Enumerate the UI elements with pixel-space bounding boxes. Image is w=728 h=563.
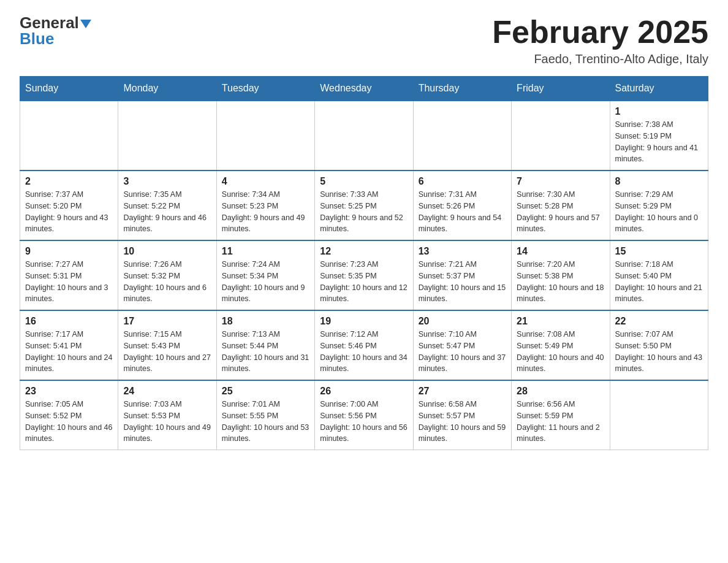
- weekday-header-row: SundayMondayTuesdayWednesdayThursdayFrid…: [20, 77, 708, 101]
- calendar-cell: 15Sunrise: 7:18 AMSunset: 5:40 PMDayligh…: [610, 240, 708, 310]
- day-number: 23: [25, 386, 113, 397]
- weekday-header-friday: Friday: [512, 77, 610, 101]
- day-info: Sunrise: 6:56 AMSunset: 5:59 PMDaylight:…: [517, 399, 604, 445]
- calendar-cell: 26Sunrise: 7:00 AMSunset: 5:56 PMDayligh…: [315, 380, 413, 450]
- calendar-cell: 27Sunrise: 6:58 AMSunset: 5:57 PMDayligh…: [413, 380, 511, 450]
- calendar-cell: 24Sunrise: 7:03 AMSunset: 5:53 PMDayligh…: [118, 380, 216, 450]
- weekday-header-sunday: Sunday: [20, 77, 118, 101]
- day-number: 16: [25, 316, 113, 327]
- calendar-cell: 16Sunrise: 7:17 AMSunset: 5:41 PMDayligh…: [20, 310, 118, 380]
- day-number: 11: [222, 246, 309, 257]
- day-info: Sunrise: 7:15 AMSunset: 5:43 PMDaylight:…: [123, 329, 211, 375]
- calendar-cell: 12Sunrise: 7:23 AMSunset: 5:35 PMDayligh…: [315, 240, 413, 310]
- calendar-cell: 8Sunrise: 7:29 AMSunset: 5:29 PMDaylight…: [610, 170, 708, 240]
- logo-triangle-icon: [80, 20, 91, 28]
- day-number: 21: [517, 316, 604, 327]
- calendar-cell: 3Sunrise: 7:35 AMSunset: 5:22 PMDaylight…: [118, 170, 216, 240]
- day-info: Sunrise: 6:58 AMSunset: 5:57 PMDaylight:…: [419, 399, 506, 445]
- day-info: Sunrise: 7:38 AMSunset: 5:19 PMDaylight:…: [615, 119, 703, 165]
- day-info: Sunrise: 7:00 AMSunset: 5:56 PMDaylight:…: [320, 399, 408, 445]
- calendar-cell: 11Sunrise: 7:24 AMSunset: 5:34 PMDayligh…: [216, 240, 314, 310]
- day-info: Sunrise: 7:01 AMSunset: 5:55 PMDaylight:…: [222, 399, 309, 445]
- day-number: 15: [615, 246, 703, 257]
- calendar-cell: [216, 101, 314, 170]
- title-section: February 2025 Faedo, Trentino-Alto Adige…: [492, 15, 708, 66]
- weekday-header-wednesday: Wednesday: [315, 77, 413, 101]
- day-number: 19: [320, 316, 408, 327]
- day-number: 13: [419, 246, 506, 257]
- day-info: Sunrise: 7:10 AMSunset: 5:47 PMDaylight:…: [419, 329, 506, 375]
- logo-general-line: General: [20, 15, 91, 31]
- day-number: 2: [25, 176, 113, 187]
- day-number: 27: [419, 386, 506, 397]
- day-number: 28: [517, 386, 604, 397]
- day-number: 24: [123, 386, 211, 397]
- day-number: 18: [222, 316, 309, 327]
- day-info: Sunrise: 7:27 AMSunset: 5:31 PMDaylight:…: [25, 259, 113, 305]
- calendar-cell: 4Sunrise: 7:34 AMSunset: 5:23 PMDaylight…: [216, 170, 314, 240]
- day-info: Sunrise: 7:35 AMSunset: 5:22 PMDaylight:…: [123, 189, 211, 235]
- calendar-cell: 23Sunrise: 7:05 AMSunset: 5:52 PMDayligh…: [20, 380, 118, 450]
- calendar-cell: 19Sunrise: 7:12 AMSunset: 5:46 PMDayligh…: [315, 310, 413, 380]
- day-info: Sunrise: 7:34 AMSunset: 5:23 PMDaylight:…: [222, 189, 309, 235]
- day-number: 3: [123, 176, 211, 187]
- calendar-cell: 1Sunrise: 7:38 AMSunset: 5:19 PMDaylight…: [610, 101, 708, 170]
- day-number: 14: [517, 246, 604, 257]
- calendar-cell: 28Sunrise: 6:56 AMSunset: 5:59 PMDayligh…: [512, 380, 610, 450]
- calendar-cell: 17Sunrise: 7:15 AMSunset: 5:43 PMDayligh…: [118, 310, 216, 380]
- calendar-cell: 6Sunrise: 7:31 AMSunset: 5:26 PMDaylight…: [413, 170, 511, 240]
- day-number: 10: [123, 246, 211, 257]
- day-info: Sunrise: 7:21 AMSunset: 5:37 PMDaylight:…: [419, 259, 506, 305]
- week-row-5: 23Sunrise: 7:05 AMSunset: 5:52 PMDayligh…: [20, 380, 708, 450]
- day-info: Sunrise: 7:24 AMSunset: 5:34 PMDaylight:…: [222, 259, 309, 305]
- calendar-cell: [118, 101, 216, 170]
- day-info: Sunrise: 7:30 AMSunset: 5:28 PMDaylight:…: [517, 189, 604, 235]
- calendar-cell: 9Sunrise: 7:27 AMSunset: 5:31 PMDaylight…: [20, 240, 118, 310]
- day-number: 20: [419, 316, 506, 327]
- calendar-cell: [512, 101, 610, 170]
- day-info: Sunrise: 7:31 AMSunset: 5:26 PMDaylight:…: [419, 189, 506, 235]
- calendar-cell: 25Sunrise: 7:01 AMSunset: 5:55 PMDayligh…: [216, 380, 314, 450]
- day-info: Sunrise: 7:08 AMSunset: 5:49 PMDaylight:…: [517, 329, 604, 375]
- day-info: Sunrise: 7:03 AMSunset: 5:53 PMDaylight:…: [123, 399, 211, 445]
- day-info: Sunrise: 7:26 AMSunset: 5:32 PMDaylight:…: [123, 259, 211, 305]
- weekday-header-saturday: Saturday: [610, 77, 708, 101]
- day-number: 26: [320, 386, 408, 397]
- calendar-cell: [413, 101, 511, 170]
- day-info: Sunrise: 7:07 AMSunset: 5:50 PMDaylight:…: [615, 329, 703, 375]
- day-info: Sunrise: 7:05 AMSunset: 5:52 PMDaylight:…: [25, 399, 113, 445]
- calendar-cell: 20Sunrise: 7:10 AMSunset: 5:47 PMDayligh…: [413, 310, 511, 380]
- calendar-cell: 7Sunrise: 7:30 AMSunset: 5:28 PMDaylight…: [512, 170, 610, 240]
- week-row-1: 1Sunrise: 7:38 AMSunset: 5:19 PMDaylight…: [20, 101, 708, 170]
- calendar-cell: 2Sunrise: 7:37 AMSunset: 5:20 PMDaylight…: [20, 170, 118, 240]
- day-info: Sunrise: 7:12 AMSunset: 5:46 PMDaylight:…: [320, 329, 408, 375]
- day-info: Sunrise: 7:23 AMSunset: 5:35 PMDaylight:…: [320, 259, 408, 305]
- day-number: 25: [222, 386, 309, 397]
- calendar-cell: [20, 101, 118, 170]
- day-info: Sunrise: 7:29 AMSunset: 5:29 PMDaylight:…: [615, 189, 703, 235]
- calendar-cell: 10Sunrise: 7:26 AMSunset: 5:32 PMDayligh…: [118, 240, 216, 310]
- calendar-cell: 22Sunrise: 7:07 AMSunset: 5:50 PMDayligh…: [610, 310, 708, 380]
- day-number: 22: [615, 316, 703, 327]
- calendar-cell: 5Sunrise: 7:33 AMSunset: 5:25 PMDaylight…: [315, 170, 413, 240]
- day-info: Sunrise: 7:20 AMSunset: 5:38 PMDaylight:…: [517, 259, 604, 305]
- logo-blue-text: Blue: [20, 29, 54, 48]
- day-number: 7: [517, 176, 604, 187]
- week-row-4: 16Sunrise: 7:17 AMSunset: 5:41 PMDayligh…: [20, 310, 708, 380]
- weekday-header-tuesday: Tuesday: [216, 77, 314, 101]
- calendar-table: SundayMondayTuesdayWednesdayThursdayFrid…: [20, 76, 708, 450]
- day-number: 8: [615, 176, 703, 187]
- day-number: 17: [123, 316, 211, 327]
- calendar-cell: 18Sunrise: 7:13 AMSunset: 5:44 PMDayligh…: [216, 310, 314, 380]
- calendar-cell: 14Sunrise: 7:20 AMSunset: 5:38 PMDayligh…: [512, 240, 610, 310]
- day-number: 9: [25, 246, 113, 257]
- weekday-header-monday: Monday: [118, 77, 216, 101]
- day-info: Sunrise: 7:18 AMSunset: 5:40 PMDaylight:…: [615, 259, 703, 305]
- week-row-2: 2Sunrise: 7:37 AMSunset: 5:20 PMDaylight…: [20, 170, 708, 240]
- day-info: Sunrise: 7:37 AMSunset: 5:20 PMDaylight:…: [25, 189, 113, 235]
- month-year-title: February 2025: [492, 15, 708, 50]
- day-number: 6: [419, 176, 506, 187]
- day-number: 5: [320, 176, 408, 187]
- day-info: Sunrise: 7:33 AMSunset: 5:25 PMDaylight:…: [320, 189, 408, 235]
- calendar-cell: 21Sunrise: 7:08 AMSunset: 5:49 PMDayligh…: [512, 310, 610, 380]
